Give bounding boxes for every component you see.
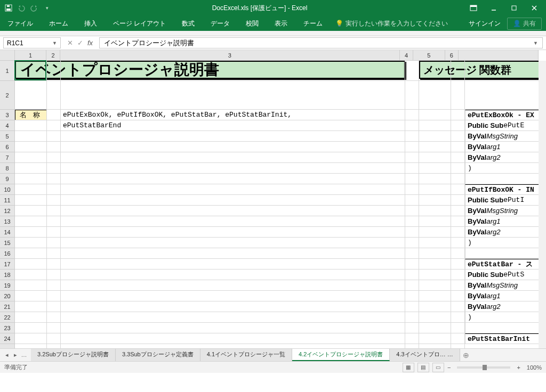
redo-icon[interactable] — [30, 4, 38, 12]
cell[interactable] — [465, 174, 546, 184]
column-header[interactable]: 2 — [46, 50, 60, 60]
cell[interactable]: ByVal arg2 — [465, 301, 546, 312]
tab-review[interactable]: 校閲 — [243, 17, 262, 30]
ribbon-display-icon[interactable] — [464, 1, 483, 15]
cell[interactable]: ePutIfBoxOK - IN — [465, 184, 546, 195]
row-header[interactable]: 18 — [0, 270, 14, 280]
cell[interactable]: ByVal arg2 — [465, 227, 546, 238]
row-header[interactable]: 22 — [0, 312, 14, 323]
tab-team[interactable]: チーム — [300, 17, 326, 30]
tab-insert[interactable]: 挿入 — [81, 17, 100, 30]
tab-view[interactable]: 表示 — [271, 17, 291, 30]
row-header[interactable]: 23 — [0, 323, 14, 333]
cell[interactable]: ByVal MsgString — [465, 280, 546, 291]
column-header[interactable]: 4 — [400, 50, 414, 60]
cell[interactable]: ePutStatBar - ス — [465, 259, 546, 270]
sheet-tab[interactable]: 4.2イベントプロシージャ説明書 — [292, 349, 390, 361]
chevron-down-icon[interactable]: ▼ — [52, 40, 57, 46]
row-header[interactable]: 4 — [0, 120, 14, 131]
tab-first-icon[interactable]: ◂ — [3, 352, 11, 358]
row-header[interactable]: 16 — [0, 248, 14, 259]
row-header[interactable]: 3 — [0, 110, 14, 120]
cell[interactable]: ByVal arg2 — [465, 152, 546, 163]
tab-data[interactable]: データ — [207, 17, 233, 30]
share-button[interactable]: 👤 共有 — [507, 18, 542, 30]
tab-file[interactable]: ファイル — [4, 17, 36, 30]
row-header[interactable]: 20 — [0, 291, 14, 301]
cell[interactable]: ByVal arg1 — [465, 142, 546, 152]
cell[interactable]: ePutStatBarInit — [465, 333, 546, 344]
row-header[interactable]: 13 — [0, 216, 14, 227]
cell[interactable]: 名 称 — [15, 110, 47, 120]
zoom-slider[interactable] — [457, 366, 510, 369]
row-header[interactable]: 19 — [0, 280, 14, 291]
sheet-tab[interactable]: 4.3イベントプロ… … — [390, 349, 460, 361]
column-header[interactable]: 5 — [413, 50, 445, 60]
tab-ellipsis-icon[interactable]: … — [20, 352, 28, 358]
cell[interactable] — [465, 323, 546, 333]
view-normal-icon[interactable]: ▦ — [403, 363, 414, 372]
cell[interactable]: ePutStatBarEnd — [61, 120, 405, 131]
row-header[interactable]: 10 — [0, 184, 14, 195]
formula-input[interactable]: イベントプロシージャ説明書 ▼ — [99, 37, 543, 48]
row-header[interactable]: 17 — [0, 259, 14, 270]
signin-link[interactable]: サインイン — [469, 19, 501, 28]
row-header[interactable]: 2 — [0, 81, 14, 110]
row-header[interactable]: 21 — [0, 301, 14, 312]
cancel-icon[interactable]: ✕ — [67, 39, 73, 47]
zoom-in-icon[interactable]: + — [517, 364, 520, 371]
close-icon[interactable] — [525, 1, 544, 15]
tab-formulas[interactable]: 数式 — [179, 17, 198, 30]
cell[interactable] — [465, 248, 546, 259]
view-layout-icon[interactable]: ▤ — [417, 363, 429, 372]
cell[interactable]: ByVal arg1 — [465, 291, 546, 301]
insert-function-icon[interactable]: fx — [87, 39, 93, 47]
cell[interactable]: メッセージ 関数群 — [419, 61, 546, 79]
row-header[interactable]: 9 — [0, 174, 14, 184]
chevron-down-icon[interactable]: ▼ — [533, 40, 538, 46]
maximize-icon[interactable] — [504, 1, 524, 15]
row-header[interactable]: 11 — [0, 195, 14, 206]
view-break-icon[interactable]: ▭ — [432, 363, 444, 372]
tab-home[interactable]: ホーム — [46, 17, 71, 30]
cell[interactable]: ) — [465, 163, 546, 174]
row-header[interactable]: 8 — [0, 163, 14, 174]
row-header[interactable]: 7 — [0, 152, 14, 163]
cell[interactable]: イベントプロシージャ説明書 — [15, 61, 405, 79]
sheet-tab[interactable]: 3.3Subプロシージャ定義書 — [116, 349, 200, 361]
row-header[interactable]: 12 — [0, 206, 14, 216]
cell[interactable]: ePutExBoxOk - EX — [465, 110, 546, 120]
cell[interactable]: ) — [465, 238, 546, 248]
cells[interactable]: イベントプロシージャ説明書メッセージ 関数群名 称ePutExBoxOk, eP… — [15, 61, 539, 348]
cell[interactable]: ) — [465, 312, 546, 323]
row-header[interactable]: 14 — [0, 227, 14, 238]
column-header[interactable]: 6 — [445, 50, 459, 60]
undo-icon[interactable] — [17, 4, 26, 12]
cell[interactable]: Public Sub ePutI — [465, 195, 546, 206]
column-header[interactable]: 1 — [15, 50, 46, 60]
add-sheet-button[interactable]: ⊕ — [460, 351, 472, 360]
qat-customize-icon[interactable]: ▾ — [43, 4, 51, 12]
row-header[interactable]: 1 — [0, 61, 14, 81]
enter-icon[interactable]: ✓ — [77, 39, 83, 47]
column-header[interactable]: 3 — [60, 50, 400, 60]
row-header[interactable]: 24 — [0, 333, 14, 344]
row-header[interactable]: 6 — [0, 142, 14, 152]
tab-next-icon[interactable]: ▸ — [12, 352, 19, 358]
tab-page-layout[interactable]: ページ レイアウト — [110, 17, 169, 30]
sheet-tab[interactable]: 3.2Subプロシージャ説明書 — [31, 349, 116, 361]
cell[interactable]: ByVal MsgString — [465, 206, 546, 216]
cell[interactable]: Public Sub ePutS — [465, 270, 546, 280]
save-icon[interactable] — [4, 4, 13, 12]
cell[interactable]: ByVal arg1 — [465, 216, 546, 227]
vertical-scrollbar[interactable] — [539, 61, 546, 348]
select-all-corner[interactable] — [0, 50, 15, 61]
sheet-tab[interactable]: 4.1イベントプロシージャ一覧 — [200, 349, 292, 361]
cell[interactable]: ByVal MsgString — [465, 131, 546, 142]
cell[interactable]: Public Sub ePutE — [465, 120, 546, 131]
cell[interactable]: ePutExBoxOk, ePutIfBoxOK, ePutStatBar, e… — [61, 110, 405, 120]
row-header[interactable]: 5 — [0, 131, 14, 142]
zoom-out-icon[interactable]: − — [447, 364, 451, 371]
tellme[interactable]: 💡 実行したい作業を入力してください — [335, 19, 448, 28]
column-header[interactable] — [459, 50, 539, 60]
